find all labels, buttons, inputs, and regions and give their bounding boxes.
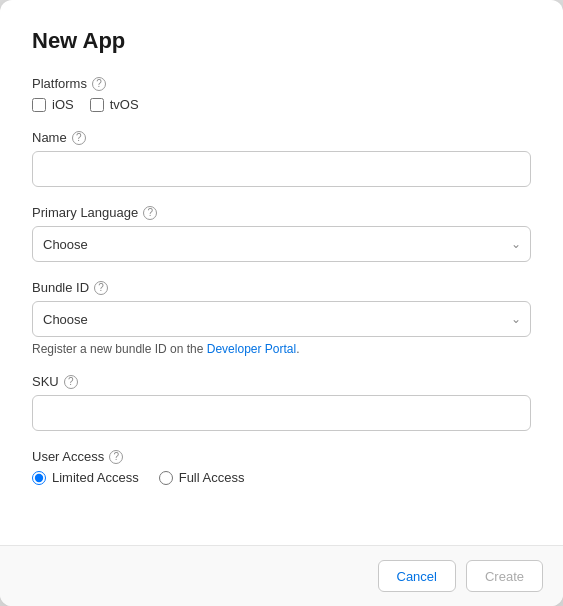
cancel-button[interactable]: Cancel [378,560,456,592]
tvos-checkbox-label[interactable]: tvOS [90,97,139,112]
full-access-radio-label[interactable]: Full Access [159,470,245,485]
bundle-id-group: Bundle ID ? Choose ⌄ Register a new bund… [32,280,531,356]
dialog-body: New App Platforms ? iOS tvOS Name [0,0,563,545]
bundle-id-helper-text: Register a new bundle ID on the Develope… [32,342,531,356]
name-help-icon[interactable]: ? [72,131,86,145]
sku-input[interactable] [32,395,531,431]
bundle-id-select-wrapper: Choose ⌄ [32,301,531,337]
ios-checkbox[interactable] [32,98,46,112]
sku-group: SKU ? [32,374,531,431]
platforms-checkbox-row: iOS tvOS [32,97,531,112]
user-access-help-icon[interactable]: ? [109,450,123,464]
bundle-id-help-icon[interactable]: ? [94,281,108,295]
user-access-group: User Access ? Limited Access Full Access [32,449,531,485]
dialog-title: New App [32,28,531,54]
new-app-dialog: New App Platforms ? iOS tvOS Name [0,0,563,606]
full-access-label: Full Access [179,470,245,485]
primary-language-help-icon[interactable]: ? [143,206,157,220]
create-button[interactable]: Create [466,560,543,592]
limited-access-radio-label[interactable]: Limited Access [32,470,139,485]
ios-label: iOS [52,97,74,112]
tvos-checkbox[interactable] [90,98,104,112]
limited-access-label: Limited Access [52,470,139,485]
primary-language-select-wrapper: Choose ⌄ [32,226,531,262]
user-access-radio-row: Limited Access Full Access [32,470,531,485]
platforms-group: Platforms ? iOS tvOS [32,76,531,112]
platforms-help-icon[interactable]: ? [92,77,106,91]
full-access-radio[interactable] [159,471,173,485]
ios-checkbox-label[interactable]: iOS [32,97,74,112]
name-group: Name ? [32,130,531,187]
tvos-label: tvOS [110,97,139,112]
bundle-id-select[interactable]: Choose [32,301,531,337]
dialog-footer: Cancel Create [0,545,563,606]
developer-portal-link[interactable]: Developer Portal [207,342,296,356]
limited-access-radio[interactable] [32,471,46,485]
primary-language-group: Primary Language ? Choose ⌄ [32,205,531,262]
name-input[interactable] [32,151,531,187]
primary-language-label: Primary Language ? [32,205,531,220]
sku-help-icon[interactable]: ? [64,375,78,389]
sku-label: SKU ? [32,374,531,389]
bundle-id-label: Bundle ID ? [32,280,531,295]
name-label: Name ? [32,130,531,145]
primary-language-select[interactable]: Choose [32,226,531,262]
user-access-label: User Access ? [32,449,531,464]
platforms-label: Platforms ? [32,76,531,91]
